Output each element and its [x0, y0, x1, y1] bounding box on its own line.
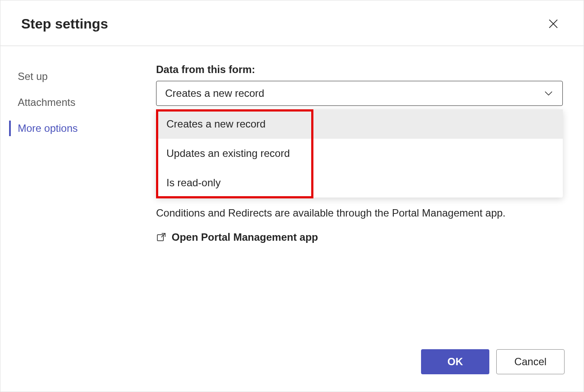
dropdown-option-read-only[interactable]: Is read-only — [156, 168, 563, 198]
dialog-header: Step settings — [0, 0, 584, 46]
external-link-icon — [156, 232, 166, 242]
chevron-down-icon — [543, 88, 554, 99]
dropdown-option-label: Is read-only — [166, 177, 220, 188]
data-from-form-dropdown[interactable]: Creates a new record — [156, 81, 563, 106]
dialog-body: Set up Attachments More options Data fro… — [0, 46, 584, 341]
link-text: Open Portal Management app — [172, 231, 318, 243]
ok-button[interactable]: OK — [421, 349, 489, 374]
dialog-footer: OK Cancel — [0, 341, 584, 392]
open-portal-management-link[interactable]: Open Portal Management app — [156, 231, 563, 243]
sidebar-item-label: Set up — [18, 70, 48, 82]
dropdown-option-label: Creates a new record — [166, 118, 265, 130]
dialog-title: Step settings — [21, 16, 108, 32]
sidebar-item-label: More options — [18, 122, 78, 134]
sidebar-item-setup[interactable]: Set up — [9, 64, 147, 89]
step-settings-dialog: Step settings Set up Attachments More op… — [0, 0, 584, 392]
sidebar: Set up Attachments More options — [0, 64, 147, 341]
dropdown-selected-value: Creates a new record — [165, 87, 264, 99]
dropdown-wrapper: Creates a new record Creates a new recor… — [156, 81, 563, 106]
sidebar-item-label: Attachments — [18, 96, 75, 108]
dropdown-option-updates-existing[interactable]: Updates an existing record — [156, 139, 563, 168]
close-icon — [547, 18, 559, 30]
close-button[interactable] — [544, 14, 563, 33]
field-label: Data from this form: — [156, 64, 563, 76]
dropdown-option-label: Updates an existing record — [166, 147, 290, 159]
dropdown-menu: Creates a new record Updates an existing… — [156, 109, 563, 198]
description-text: Conditions and Redirects are available t… — [156, 205, 563, 221]
dropdown-option-creates-new[interactable]: Creates a new record — [156, 109, 563, 139]
sidebar-item-more-options[interactable]: More options — [9, 115, 147, 141]
sidebar-item-attachments[interactable]: Attachments — [9, 89, 147, 115]
cancel-button[interactable]: Cancel — [496, 349, 565, 374]
main-content: Data from this form: Creates a new recor… — [147, 64, 584, 341]
